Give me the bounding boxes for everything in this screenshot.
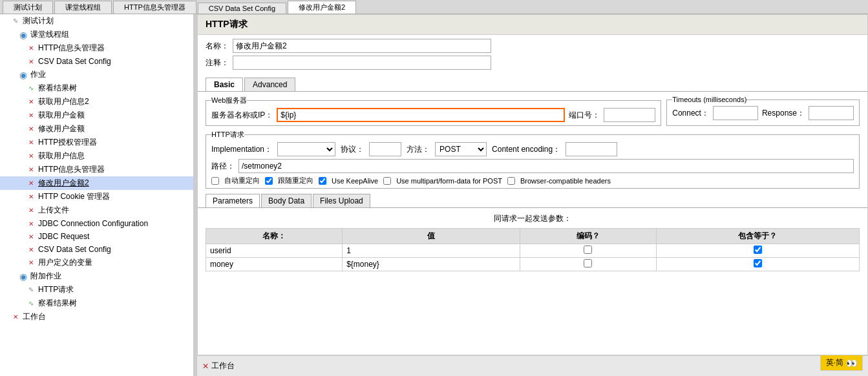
status-indicator: 英·简 👀 xyxy=(820,355,863,371)
col-header-name: 名称： xyxy=(206,229,343,244)
name-input[interactable] xyxy=(233,39,491,53)
follow-redirect-label: 跟随重定向 xyxy=(278,176,313,185)
param-encode-cell[interactable] xyxy=(520,258,656,271)
sidebar-item-label: 获取用户金额 xyxy=(38,110,85,121)
port-label: 端口号： xyxy=(569,110,600,121)
multipart-label: Use multipart/form-data for POST xyxy=(396,177,502,185)
sidebar-item-label: JDBC Connection Configuration xyxy=(38,219,148,228)
name-row: 名称： xyxy=(206,39,860,53)
sidebar-item-jdbc-req[interactable]: ✕ JDBC Request xyxy=(0,230,193,243)
tab-advanced[interactable]: Advanced xyxy=(244,78,295,91)
include-eq-checkbox-1[interactable] xyxy=(754,245,762,254)
sidebar: ✎ 测试计划 ◉ 课堂线程组 ✕ HTTP信息头管理器 ✕ CSV Data S… xyxy=(0,14,194,376)
sidebar-item-label: 附加作业 xyxy=(30,271,61,282)
sidebar-item-label: 察看结果树 xyxy=(38,298,77,309)
top-tab-modify[interactable]: 修改用户金额2 xyxy=(288,1,356,14)
sidebar-item-view-results-1[interactable]: ∿ 察看结果树 xyxy=(0,81,193,95)
multipart-checkbox[interactable] xyxy=(383,177,391,185)
sidebar-item-modify-user-balance2[interactable]: ✕ 修改用户金额2 xyxy=(0,176,193,190)
port-input[interactable] xyxy=(604,108,655,122)
inner-tab-body-data[interactable]: Body Data xyxy=(261,194,312,207)
sidebar-item-test-plan[interactable]: ✎ 测试计划 xyxy=(0,14,193,28)
impl-label: Implementation： xyxy=(211,144,272,155)
encoding-input[interactable] xyxy=(566,142,617,156)
top-tab-thread-group[interactable]: 课堂线程组 xyxy=(54,1,112,14)
protocol-label: 协议： xyxy=(341,144,364,155)
sidebar-item-upload-file[interactable]: ✕ 上传文件 xyxy=(0,204,193,217)
sidebar-item-get-user-balance[interactable]: ✕ 获取用户金额 xyxy=(0,109,193,122)
server-input[interactable] xyxy=(277,108,565,122)
panel-header: HTTP请求 xyxy=(198,15,867,35)
response-input[interactable] xyxy=(809,106,854,120)
sidebar-item-workbench[interactable]: ✕ 工作台 xyxy=(0,310,193,324)
top-tab-csv[interactable]: CSV Data Set Config xyxy=(198,3,286,14)
comment-input[interactable] xyxy=(233,56,491,70)
sidebar-item-label: HTTP授权管理器 xyxy=(38,137,97,148)
sidebar-item-extra-work[interactable]: ◉ 附加作业 xyxy=(0,269,193,283)
pencil-icon: ✎ xyxy=(10,16,21,26)
sidebar-item-label: 获取用户信息 xyxy=(38,151,85,162)
sidebar-item-label: 课堂线程组 xyxy=(30,29,69,40)
connect-input[interactable] xyxy=(713,106,758,120)
inner-tab-files-upload[interactable]: Files Upload xyxy=(313,194,370,207)
connect-label: Connect： xyxy=(672,108,709,119)
x-icon: ✕ xyxy=(26,165,36,175)
sidebar-item-http-header-2[interactable]: ✕ HTTP信息头管理器 xyxy=(0,163,193,176)
sidebar-item-label: CSV Data Set Config xyxy=(38,245,111,254)
x-icon: ✕ xyxy=(26,192,36,202)
sidebar-item-http-header-1[interactable]: ✕ HTTP信息头管理器 xyxy=(0,41,193,55)
table-row: money ${money} xyxy=(206,258,860,271)
protocol-input[interactable] xyxy=(369,142,401,156)
main-tabs-bar: Basic Advanced xyxy=(198,78,867,92)
keepalive-checkbox[interactable] xyxy=(319,177,326,185)
web-server-timeouts-row: Web服务器 服务器名称或IP： 端口号： Timeouts (millisec… xyxy=(206,96,860,126)
auto-redirect-checkbox[interactable] xyxy=(211,177,219,185)
sidebar-item-modify-user-balance[interactable]: ✕ 修改用户金额 xyxy=(0,122,193,136)
top-tab-test-plan[interactable]: 测试计划 xyxy=(3,1,53,14)
sidebar-item-homework[interactable]: ◉ 作业 xyxy=(0,68,193,81)
x-icon: ✕ xyxy=(26,151,36,162)
sidebar-item-http-cookie-mgr[interactable]: ✕ HTTP Cookie 管理器 xyxy=(0,190,193,204)
sidebar-item-user-vars[interactable]: ✕ 用户定义的变量 xyxy=(0,256,193,269)
follow-redirect-checkbox[interactable] xyxy=(265,177,273,185)
sidebar-item-csv-2[interactable]: ✕ CSV Data Set Config xyxy=(0,243,193,256)
sidebar-item-view-results-2[interactable]: ∿ 察看结果树 xyxy=(0,297,193,310)
method-label: 方法： xyxy=(407,144,430,155)
sidebar-item-thread-group[interactable]: ◉ 课堂线程组 xyxy=(0,28,193,41)
timeouts-fieldset: Timeouts (milliseconds) Connect： Respons… xyxy=(666,96,860,126)
param-include-eq-cell[interactable] xyxy=(656,244,859,258)
x-icon-bottom: ✕ xyxy=(202,362,209,371)
encoding-label: Content encoding： xyxy=(492,144,560,155)
browser-compat-checkbox[interactable] xyxy=(507,177,515,185)
param-value-cell: 1 xyxy=(343,244,520,258)
top-tab-http-header[interactable]: HTTP信息头管理器 xyxy=(113,1,196,14)
include-eq-checkbox-2[interactable] xyxy=(754,259,762,267)
web-server-fieldset: Web服务器 服务器名称或IP： 端口号： xyxy=(206,96,661,126)
x-icon: ✕ xyxy=(10,312,21,322)
sidebar-item-label: HTTP信息头管理器 xyxy=(38,164,105,175)
wave-icon: ∿ xyxy=(26,83,36,94)
sidebar-item-http-auth-mgr[interactable]: ✕ HTTP授权管理器 xyxy=(0,136,193,149)
param-value-cell: ${money} xyxy=(343,258,520,271)
response-label: Response： xyxy=(762,108,805,119)
browser-compat-label: Browser-compatible headers xyxy=(520,177,611,185)
path-input[interactable] xyxy=(238,159,854,173)
method-select[interactable]: POST GET PUT DELETE xyxy=(435,142,487,156)
sidebar-item-label: HTTP信息头管理器 xyxy=(38,43,105,54)
encode-checkbox-1[interactable] xyxy=(584,245,592,254)
impl-select[interactable] xyxy=(277,142,335,156)
comment-row: 注释： xyxy=(206,56,860,70)
encode-checkbox-2[interactable] xyxy=(584,259,592,267)
sidebar-item-csv-1[interactable]: ✕ CSV Data Set Config xyxy=(0,55,193,68)
tab-basic[interactable]: Basic xyxy=(206,78,243,91)
circle-dot-icon: ◉ xyxy=(18,271,28,282)
inner-tab-parameters[interactable]: Parameters xyxy=(206,194,260,207)
eyes-icon: 👀 xyxy=(846,358,857,368)
form-area: 名称： 注释： xyxy=(198,35,867,76)
sidebar-item-http-req[interactable]: ✎ HTTP请求 xyxy=(0,283,193,297)
sidebar-item-get-user-info2[interactable]: ✕ 获取用户信息2 xyxy=(0,95,193,109)
param-include-eq-cell[interactable] xyxy=(656,258,859,271)
param-encode-cell[interactable] xyxy=(520,244,656,258)
sidebar-item-get-user-info[interactable]: ✕ 获取用户信息 xyxy=(0,149,193,163)
sidebar-item-jdbc-conn[interactable]: ✕ JDBC Connection Configuration xyxy=(0,217,193,230)
